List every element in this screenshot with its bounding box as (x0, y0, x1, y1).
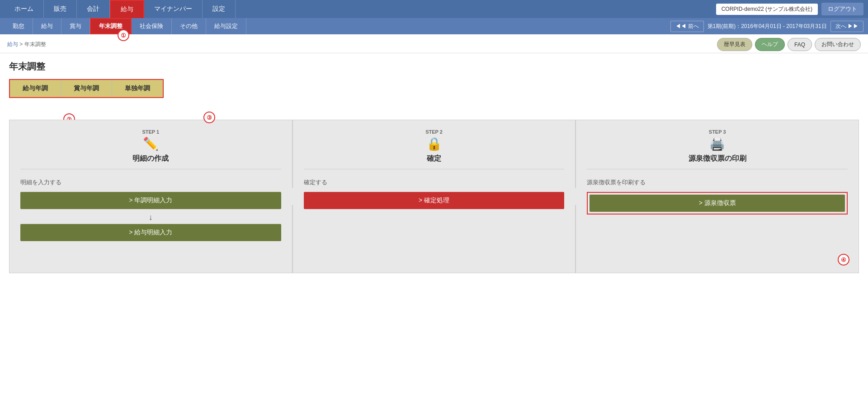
corp-label: CORPID-demo22 (サンプル株式会社) (716, 4, 818, 15)
calendar-button[interactable]: 暦早見表 (717, 38, 752, 51)
step1-header: STEP 1 ✏️ 明細の作成 (20, 129, 281, 169)
step3-header: STEP 3 🖨️ 源泉徴収票の印刷 (587, 129, 848, 169)
confirm-button[interactable]: > 確定処理 (304, 192, 565, 209)
page-content: 年末調整 給与年調 賞与年調 単独年調 ② ① ③ STEP 1 ✏️ 明細の作… (0, 53, 868, 415)
nav-mynumber[interactable]: マイナンバー (144, 0, 203, 18)
annotation-3: ③ (203, 112, 215, 123)
gensen-button-highlight: > 源泉徴収票 (587, 192, 848, 214)
page-title: 年末調整 (9, 61, 859, 73)
gensen-button[interactable]: > 源泉徴収票 (590, 195, 845, 212)
step1-icon: ✏️ (143, 136, 159, 151)
tab-group: 給与年調 賞与年調 単独年調 (9, 79, 164, 98)
nav-settings[interactable]: 設定 (203, 0, 236, 18)
step3-icon: 🖨️ (709, 136, 725, 151)
breadcrumb-separator: > (19, 41, 24, 47)
breadcrumb: 給与 > 年末調整 (7, 41, 46, 48)
step2-box: STEP 2 🔒 確定 確定する > 確定処理 (292, 120, 576, 273)
arrow-down: ↓ (20, 213, 281, 222)
step1-title: 明細の作成 (132, 154, 169, 163)
prev-period-button[interactable]: ◀◀ 前へ (670, 21, 703, 32)
annotation-1: ① (118, 29, 129, 41)
step2-title: 確定 (427, 154, 441, 163)
step3-box: STEP 3 🖨️ 源泉徴収票の印刷 源泉徴収票を印刷する > 源泉徴収票 ④ (576, 120, 859, 273)
nenchou-input-button[interactable]: > 年調明細入力 (20, 192, 281, 209)
top-navigation: ホーム 販売 会計 給与 マイナンバー 設定 CORPID-demo22 (サン… (0, 0, 868, 18)
step2-subtitle: 確定する (304, 178, 565, 187)
sub-other[interactable]: その他 (172, 18, 206, 34)
sub-attendance[interactable]: 勤怠 (5, 18, 33, 34)
nav-payroll[interactable]: 給与 (110, 0, 144, 18)
sub-payroll-settings[interactable]: 給与設定 (206, 18, 246, 34)
step2-number: STEP 2 (425, 129, 443, 135)
step2-header: STEP 2 🔒 確定 (304, 129, 565, 169)
kyuyo-input-button[interactable]: > 給与明細入力 (20, 224, 281, 241)
tab-standalone[interactable]: 単独年調 (112, 80, 163, 97)
nav-sales[interactable]: 販売 (44, 0, 77, 18)
next-period-button[interactable]: 次へ ▶▶ (830, 21, 863, 32)
annotation-4: ④ (838, 254, 849, 266)
toolbar: 暦早見表 ヘルプ FAQ お問い合わせ (717, 38, 861, 51)
faq-button[interactable]: FAQ (788, 38, 812, 51)
sub-salary[interactable]: 給与 (33, 18, 61, 34)
breadcrumb-bar: 給与 > 年末調整 暦早見表 ヘルプ FAQ お問い合わせ (0, 34, 868, 53)
nav-home[interactable]: ホーム (5, 0, 44, 18)
step3-title: 源泉徴収票の印刷 (689, 154, 746, 163)
sub-bonus[interactable]: 賞与 (61, 18, 90, 34)
step1-subtitle: 明細を入力する (20, 178, 281, 187)
step2-icon: 🔒 (426, 136, 442, 151)
nav-accounting[interactable]: 会計 (77, 0, 110, 18)
step1-number: STEP 1 (142, 129, 159, 135)
breadcrumb-current: 年末調整 (24, 41, 46, 47)
help-button[interactable]: ヘルプ (755, 38, 785, 51)
steps-container: STEP 1 ✏️ 明細の作成 明細を入力する > 年調明細入力 ↓ > 給与明… (9, 120, 859, 273)
contact-button[interactable]: お問い合わせ (815, 38, 861, 51)
step1-box: STEP 1 ✏️ 明細の作成 明細を入力する > 年調明細入力 ↓ > 給与明… (9, 120, 292, 273)
tab-kyuyo[interactable]: 給与年調 (10, 80, 61, 97)
period-label: 第1期(前期)：2016年04月01日 - 2017年03月31日 (708, 23, 827, 30)
sub-navigation: 勤怠 給与 賞与 年末調整 社会保険 その他 給与設定 ◀◀ 前へ 第1期(前期… (0, 18, 868, 34)
step3-number: STEP 3 (709, 129, 726, 135)
step3-subtitle: 源泉徴収票を印刷する (587, 178, 848, 187)
logout-button[interactable]: ログアウト (821, 3, 863, 15)
breadcrumb-parent[interactable]: 給与 (7, 41, 18, 47)
tab-shoyo[interactable]: 賞与年調 (61, 80, 112, 97)
sub-social[interactable]: 社会保険 (132, 18, 172, 34)
